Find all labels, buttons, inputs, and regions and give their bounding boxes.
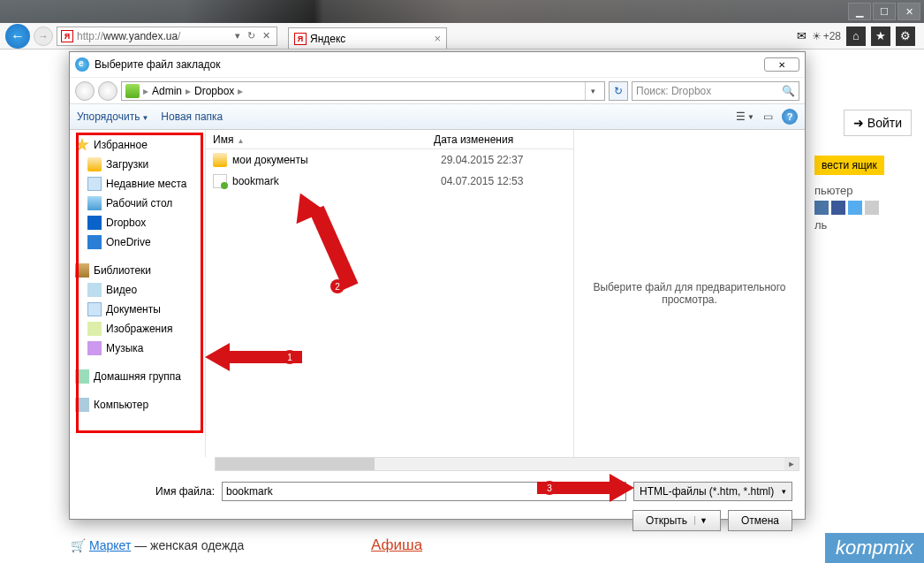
breadcrumb[interactable]: ▸ Admin ▸ Dropbox ▸ ▾ [121, 81, 605, 101]
libraries-icon [75, 263, 89, 278]
search-input[interactable]: Поиск: Dropbox 🔍 [632, 81, 799, 101]
nav-back-button[interactable]: ← [5, 24, 30, 49]
yandex-favicon-icon: Я [294, 33, 307, 45]
desktop-icon [87, 196, 102, 210]
tree-music[interactable]: Музыка [73, 339, 201, 358]
computer-icon [75, 398, 89, 412]
mail-icon[interactable]: ✉ [797, 29, 807, 42]
tree-dropbox[interactable]: Dropbox [73, 213, 201, 232]
tab-title: Яндекс [310, 33, 345, 45]
mailbox-badge[interactable]: вести ящик [814, 156, 884, 175]
scroll-thumb[interactable] [216, 458, 375, 470]
dialog-footer: Имя файла: bookmark▾ HTML-файлы (*.htm, … [70, 475, 805, 538]
window-minimize-button[interactable]: ▁ [848, 3, 871, 20]
file-open-dialog: Выберите файл закладок ✕ ▸ Admin ▸ Dropb… [69, 51, 806, 520]
dialog-close-button[interactable]: ✕ [764, 57, 799, 72]
file-type-filter[interactable]: HTML-файлы (*.htm, *.html)▾ [633, 482, 792, 501]
login-button[interactable]: ➜ Войти [844, 110, 912, 136]
tree-images[interactable]: Изображения [73, 319, 201, 339]
home-icon[interactable]: ⌂ [846, 27, 866, 46]
dropdown-icon[interactable]: ▾ [232, 30, 243, 42]
vk-icon[interactable] [814, 201, 829, 215]
tree-favorites[interactable]: Избранное [73, 135, 201, 155]
refresh-button[interactable]: ↻ [609, 81, 628, 101]
dialog-nav-row: ▸ Admin ▸ Dropbox ▸ ▾ ↻ Поиск: Dropbox 🔍 [70, 77, 805, 103]
file-row[interactable]: bookmark 04.07.2015 12:53 [206, 171, 573, 192]
annotation-arrow-3: 3 [537, 474, 634, 500]
social-icons [814, 201, 912, 215]
onedrive-icon [87, 235, 102, 249]
yandex-sidebar: вести ящик пьютер ль [814, 156, 912, 235]
settings-gear-icon[interactable]: ⚙ [896, 27, 915, 46]
crumb-admin[interactable]: Admin [152, 85, 182, 97]
star-icon [75, 138, 89, 152]
organize-menu[interactable]: Упорядочить▼ [77, 110, 148, 123]
weather-widget[interactable]: ☀+28 [812, 30, 841, 42]
watermark: kompmix [825, 533, 924, 563]
col-name[interactable]: Имя▲ [206, 133, 427, 146]
tab-yandex[interactable]: Я Яндекс × [288, 27, 447, 49]
more-icon[interactable] [865, 201, 879, 215]
market-line: 🛒 Маркет — женская одежда [71, 538, 244, 552]
stop-icon[interactable]: ✕ [260, 30, 273, 42]
refresh-icon[interactable]: ↻ [245, 30, 258, 42]
tree-downloads[interactable]: Загрузки [73, 155, 201, 174]
window-maximize-button[interactable]: ☐ [873, 3, 896, 20]
dialog-back-button[interactable] [75, 81, 95, 101]
open-button[interactable]: Открыть▼ [632, 510, 721, 531]
help-icon[interactable]: ? [782, 109, 798, 125]
tree-homegroup[interactable]: Домашняя группа [73, 367, 201, 386]
tree-onedrive[interactable]: OneDrive [73, 232, 201, 252]
dialog-toolbar: Упорядочить▼ Новая папка ☰▼ ▭ ? [70, 103, 805, 130]
navigation-tree: Избранное Загрузки Недавние места Рабочи… [70, 130, 206, 457]
dialog-forward-button[interactable] [98, 81, 117, 101]
annotation-arrow-2: 2 [288, 191, 350, 297]
breadcrumb-dropdown-icon[interactable]: ▾ [585, 82, 601, 100]
fb-icon[interactable] [831, 201, 845, 215]
afisha-link[interactable]: Афиша [371, 536, 422, 554]
scroll-right-icon[interactable]: ► [784, 458, 799, 470]
tree-documents[interactable]: Документы [73, 300, 201, 319]
side-text2: ль [814, 218, 912, 232]
window-close-button[interactable]: ✕ [897, 3, 920, 20]
homegroup-icon [75, 369, 89, 384]
horizontal-scrollbar[interactable]: ◄ ► [215, 457, 799, 471]
preview-toggle-button[interactable]: ▭ [763, 110, 773, 123]
ie-icon [75, 57, 89, 72]
cancel-button[interactable]: Отмена [728, 510, 792, 531]
tree-libraries[interactable]: Библиотеки [73, 261, 201, 280]
preview-pane: Выберите файл для предварительного просм… [573, 130, 805, 457]
nav-forward-button[interactable]: → [34, 27, 53, 46]
column-headers: Имя▲ Дата изменения [206, 130, 573, 149]
recent-icon [87, 177, 102, 191]
tree-desktop[interactable]: Рабочий стол [73, 194, 201, 213]
folder-icon [213, 153, 227, 167]
address-bar[interactable]: Я http://www.yandex.ua/ ▾ ↻ ✕ [57, 27, 277, 46]
new-folder-button[interactable]: Новая папка [161, 110, 223, 123]
tree-computer[interactable]: Компьютер [73, 395, 201, 415]
yandex-favicon-icon: Я [61, 30, 73, 42]
search-icon: 🔍 [782, 85, 795, 97]
tab-close-icon[interactable]: × [434, 32, 441, 45]
tree-recent[interactable]: Недавние места [73, 174, 201, 194]
file-row[interactable]: мои документы 29.04.2015 22:37 [206, 149, 573, 171]
documents-icon [87, 302, 102, 316]
search-placeholder: Поиск: Dropbox [636, 85, 711, 97]
tree-video[interactable]: Видео [73, 280, 201, 300]
filename-label: Имя файла: [82, 485, 215, 498]
favorites-icon[interactable]: ★ [871, 27, 890, 46]
annotation-arrow-1: 1 [205, 343, 302, 369]
market-link[interactable]: Маркет [89, 538, 131, 552]
file-list: Имя▲ Дата изменения мои документы 29.04.… [206, 130, 573, 457]
video-icon [87, 283, 102, 297]
location-icon [125, 84, 140, 98]
view-mode-button[interactable]: ☰▼ [736, 110, 754, 123]
browser-toolbar: ← → Я http://www.yandex.ua/ ▾ ↻ ✕ Я Янде… [0, 23, 924, 49]
dialog-title: Выберите файл закладок [95, 58, 221, 71]
tw-icon[interactable] [848, 201, 862, 215]
html-file-icon [213, 174, 227, 188]
side-text: пьютер [814, 184, 912, 197]
dropbox-icon [87, 216, 102, 230]
crumb-dropbox[interactable]: Dropbox [194, 85, 234, 97]
col-date[interactable]: Дата изменения [427, 133, 559, 146]
